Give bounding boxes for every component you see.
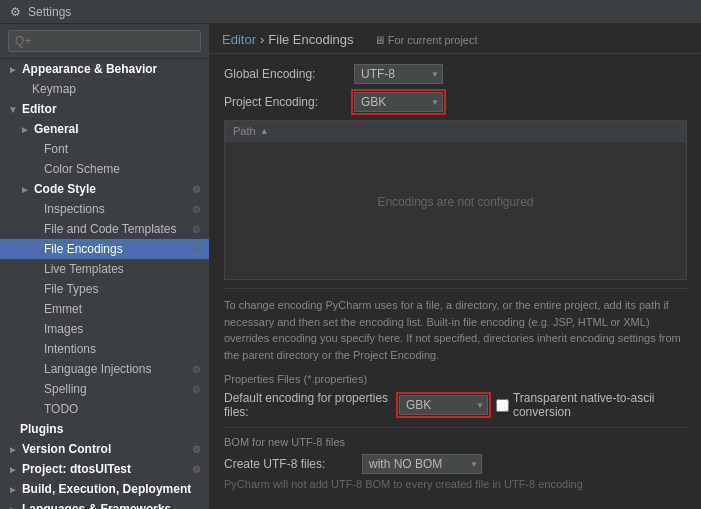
breadcrumb-parent: Editor: [222, 32, 256, 47]
content-area: Editor › File Encodings 🖥 For current pr…: [210, 24, 701, 509]
sidebar-item-label: Project: dtosUITest: [22, 462, 131, 476]
properties-encoding-row: Default encoding for properties files: G…: [224, 391, 687, 419]
tree-arrow-icon: ►: [8, 504, 18, 510]
path-column-header: Path ▲: [233, 125, 269, 137]
breadcrumb-separator: ›: [260, 32, 264, 47]
project-encoding-row: Project Encoding: GBK UTF-8 UTF-16 ISO-8…: [224, 92, 687, 112]
info-text: To change encoding PyCharm uses for a fi…: [224, 288, 687, 363]
tree-arrow-icon: ►: [20, 184, 30, 195]
pycharm-note: PyCharm will not add UTF-8 BOM to every …: [224, 478, 687, 490]
breadcrumb-current: File Encodings: [268, 32, 353, 47]
sidebar-item-label: File and Code Templates: [44, 222, 177, 236]
sidebar-item-plugins[interactable]: Plugins: [0, 419, 209, 439]
sidebar-item-spelling[interactable]: Spelling⚙: [0, 379, 209, 399]
sidebar-item-editor[interactable]: ▼Editor: [0, 99, 209, 119]
sidebar-item-build-execution-deployment[interactable]: ►Build, Execution, Deployment: [0, 479, 209, 499]
sidebar-item-label: Languages & Frameworks: [22, 502, 171, 509]
properties-encoding-select[interactable]: GBK UTF-8 ISO-8859-1: [399, 395, 488, 415]
sidebar-item-file-encodings[interactable]: File Encodings⚙: [0, 239, 209, 259]
sidebar-item-label: Live Templates: [44, 262, 124, 276]
global-encoding-row: Global Encoding: UTF-8 UTF-16 ISO-8859-1…: [224, 64, 687, 84]
sidebar-item-file-and-code-templates[interactable]: File and Code Templates⚙: [0, 219, 209, 239]
sidebar-item-label: Editor: [22, 102, 57, 116]
search-box[interactable]: [0, 24, 209, 59]
sidebar-item-settings-icon: ⚙: [192, 224, 201, 235]
sidebar-item-code-style[interactable]: ►Code Style⚙: [0, 179, 209, 199]
content-header: Editor › File Encodings 🖥 For current pr…: [210, 24, 701, 54]
sidebar-item-label: Version Control: [22, 442, 111, 456]
tree-arrow-icon: ►: [8, 64, 18, 75]
sidebar-item-label: TODO: [44, 402, 78, 416]
sidebar-item-settings-icon: ⚙: [192, 464, 201, 475]
sidebar-item-settings-icon: ⚙: [192, 364, 201, 375]
project-encoding-select-wrapper: GBK UTF-8 UTF-16 ISO-8859-1 ▼: [354, 92, 443, 112]
sidebar-item-label: Spelling: [44, 382, 87, 396]
sidebar-item-label: File Types: [44, 282, 98, 296]
sidebar-item-inspections[interactable]: Inspections⚙: [0, 199, 209, 219]
sidebar-item-label: Font: [44, 142, 68, 156]
sidebar-item-version-control[interactable]: ►Version Control⚙: [0, 439, 209, 459]
sidebar-item-label: Emmet: [44, 302, 82, 316]
sidebar-item-label: Color Scheme: [44, 162, 120, 176]
settings-icon: ⚙: [8, 5, 22, 19]
sidebar-item-label: Images: [44, 322, 83, 336]
content-body: Global Encoding: UTF-8 UTF-16 ISO-8859-1…: [210, 54, 701, 509]
sidebar-item-live-templates[interactable]: Live Templates: [0, 259, 209, 279]
title-text: Settings: [28, 5, 71, 19]
properties-encoding-label: Default encoding for properties files:: [224, 391, 391, 419]
sidebar-item-settings-icon: ⚙: [192, 204, 201, 215]
global-encoding-label: Global Encoding:: [224, 67, 354, 81]
create-utf8-label: Create UTF-8 files:: [224, 457, 354, 471]
sidebar-item-label: Language Injections: [44, 362, 151, 376]
current-project-icon: 🖥: [374, 34, 385, 46]
project-encoding-select[interactable]: GBK UTF-8 UTF-16 ISO-8859-1: [354, 92, 443, 112]
create-utf8-row: Create UTF-8 files: with NO BOM with BOM…: [224, 454, 687, 474]
tree-arrow-icon: ►: [8, 444, 18, 455]
create-utf8-select[interactable]: with NO BOM with BOM: [362, 454, 482, 474]
title-bar: ⚙ Settings: [0, 0, 701, 24]
for-current-project: 🖥 For current project: [374, 34, 478, 46]
encodings-table[interactable]: Path ▲ Encodings are not configured: [224, 120, 687, 280]
sidebar-item-label: File Encodings: [44, 242, 123, 256]
sidebar-item-languages-frameworks[interactable]: ►Languages & Frameworks: [0, 499, 209, 509]
sidebar-item-settings-icon: ⚙: [192, 384, 201, 395]
sidebar-item-general[interactable]: ►General: [0, 119, 209, 139]
transparent-conversion-checkbox[interactable]: [496, 399, 509, 412]
sidebar-item-settings-icon: ⚙: [192, 184, 201, 195]
project-encoding-label: Project Encoding:: [224, 95, 354, 109]
sidebar-item-label: Keymap: [32, 82, 76, 96]
sidebar-item-label: Code Style: [34, 182, 96, 196]
table-empty-message: Encodings are not configured: [225, 142, 686, 262]
search-input[interactable]: [8, 30, 201, 52]
sidebar-item-settings-icon: ⚙: [192, 444, 201, 455]
tree-arrow-icon: ►: [20, 124, 30, 135]
sidebar-item-keymap[interactable]: Keymap: [0, 79, 209, 99]
bom-section-label: BOM for new UTF-8 files: [224, 436, 687, 448]
bom-section: BOM for new UTF-8 files Create UTF-8 fil…: [224, 427, 687, 490]
sidebar-item-font[interactable]: Font: [0, 139, 209, 159]
sidebar-item-language-injections[interactable]: Language Injections⚙: [0, 359, 209, 379]
sidebar-item-intentions[interactable]: Intentions: [0, 339, 209, 359]
global-encoding-select-wrapper: UTF-8 UTF-16 ISO-8859-1 GBK ▼: [354, 64, 443, 84]
sidebar-item-label: Intentions: [44, 342, 96, 356]
sidebar-item-project-dtosuitest[interactable]: ►Project: dtosUITest⚙: [0, 459, 209, 479]
sidebar-item-todo[interactable]: TODO: [0, 399, 209, 419]
global-encoding-select[interactable]: UTF-8 UTF-16 ISO-8859-1 GBK: [354, 64, 443, 84]
properties-section: Properties Files (*.properties) Default …: [224, 373, 687, 419]
create-utf8-select-wrapper: with NO BOM with BOM ▼: [362, 454, 482, 474]
sidebar-item-file-types[interactable]: File Types: [0, 279, 209, 299]
sidebar-item-label: General: [34, 122, 79, 136]
sidebar-item-emmet[interactable]: Emmet: [0, 299, 209, 319]
sidebar[interactable]: ►Appearance & BehaviorKeymap▼Editor►Gene…: [0, 24, 210, 509]
sidebar-item-color-scheme[interactable]: Color Scheme: [0, 159, 209, 179]
properties-encoding-select-wrapper: GBK UTF-8 ISO-8859-1 ▼: [399, 395, 488, 415]
transparent-conversion-wrapper: Transparent native-to-ascii conversion: [496, 391, 687, 419]
properties-section-label: Properties Files (*.properties): [224, 373, 687, 385]
sidebar-item-appearance[interactable]: ►Appearance & Behavior: [0, 59, 209, 79]
transparent-conversion-label: Transparent native-to-ascii conversion: [513, 391, 687, 419]
tree-arrow-icon: ►: [8, 464, 18, 475]
table-header: Path ▲: [225, 121, 686, 142]
sidebar-item-settings-icon: ⚙: [192, 244, 201, 255]
tree-arrow-icon: ▼: [8, 104, 18, 115]
sidebar-item-images[interactable]: Images: [0, 319, 209, 339]
